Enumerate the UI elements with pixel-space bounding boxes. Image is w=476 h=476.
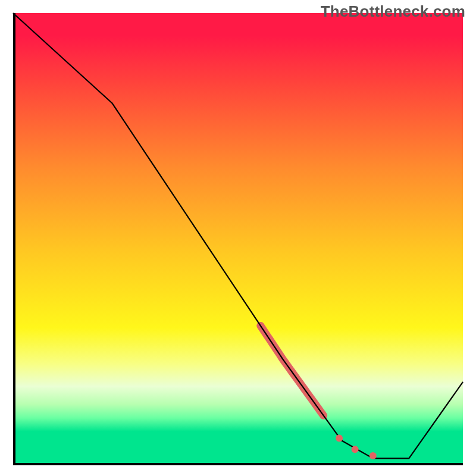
data-point: [369, 452, 377, 459]
bottleneck-chart: TheBottleneck.com: [0, 0, 476, 476]
data-point: [336, 434, 343, 441]
x-axis: [13, 463, 463, 465]
data-points: [336, 434, 377, 459]
watermark-label: TheBottleneck.com: [321, 2, 465, 21]
chart-svg: [13, 13, 463, 463]
bottleneck-curve: [13, 13, 463, 458]
data-point: [352, 446, 359, 453]
